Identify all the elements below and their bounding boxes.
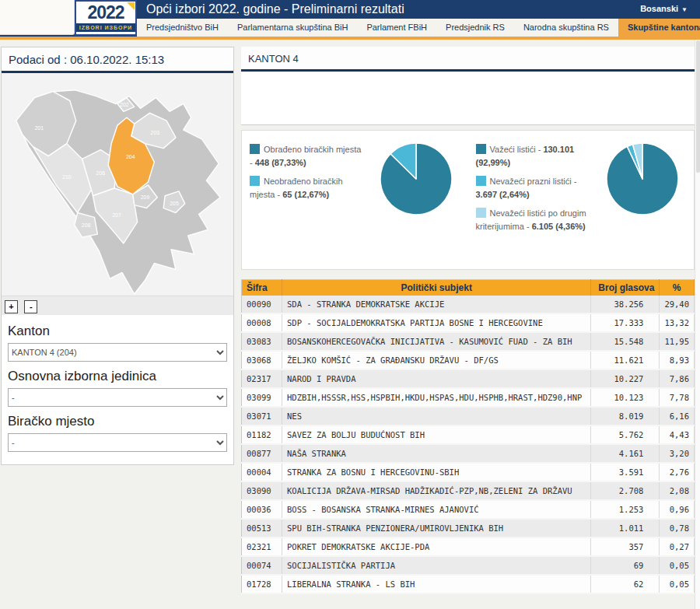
- language-label: Bosanski: [640, 4, 678, 13]
- map-svg[interactable]: 201202203204205206207208209210: [2, 73, 233, 296]
- cell-subject: NAROD I PRAVDA: [282, 369, 591, 388]
- cell-pct: 13,32: [660, 313, 695, 332]
- table-body: 00090SDA - STRANKA DEMOKRATSKE AKCIJE38.…: [242, 296, 695, 593]
- scrollbar-thumb[interactable]: [696, 40, 700, 173]
- nav-tab-3[interactable]: Predsjednik RS: [436, 19, 514, 37]
- nav-tab-2[interactable]: Parlament FBiH: [357, 19, 436, 37]
- cell-votes: 10.123: [591, 388, 660, 407]
- map-zoom-in-button[interactable]: +: [5, 300, 18, 313]
- cell-code: 03099: [242, 388, 282, 407]
- table-row: 00008SDP - SOCIJALDEMOKRATSKA PARTIJA BO…: [242, 313, 695, 332]
- chevron-down-icon: ▼: [681, 6, 688, 13]
- filter-label-1: Osnovna izborna jedinica: [8, 369, 227, 384]
- cell-code: 02321: [242, 537, 282, 556]
- cell-code: 00004: [242, 463, 282, 481]
- cell-pct: 0,05: [660, 575, 695, 593]
- cell-code: 03068: [242, 351, 282, 369]
- nav-tab-5[interactable]: Skupštine kantona u FBiH: [618, 19, 700, 37]
- cell-votes: 17.333: [591, 313, 660, 332]
- legend-swatch-icon: [250, 144, 260, 154]
- cell-subject: NAŠA STRANKA: [282, 444, 591, 463]
- cell-code: 00036: [242, 500, 282, 519]
- scrollbar[interactable]: [695, 40, 700, 609]
- map-canton-label-205: 205: [170, 201, 179, 206]
- table-row: 01182SAVEZ ZA BOLJU BUDUĆNOST BIH5.7624,…: [242, 425, 695, 444]
- cell-votes: 8.019: [591, 407, 660, 425]
- cell-votes: 38.256: [591, 296, 660, 313]
- table-header-row: ŠifraPolitički subjektBroj glasova%: [242, 280, 695, 296]
- filters-panel: Podaci od : 06.10.2022. 15:13 2012022032…: [1, 47, 234, 465]
- chart-0: Obrađeno biračkih mjesta - 448 (87,33%)N…: [242, 131, 468, 269]
- chart-1: Važeći listići - 130.101 (92,99%)Nevažeć…: [468, 131, 695, 269]
- pie-chart-0: [376, 138, 457, 219]
- kanton-title: KANTON 4: [241, 47, 695, 72]
- table-row: 00877NAŠA STRANKA4.1613,20: [242, 444, 695, 463]
- cell-subject: STRANKA ZA BOSNU I HERCEGOVINU-SBIH: [282, 463, 591, 481]
- cell-votes: 3.591: [591, 463, 660, 481]
- cell-votes: 357: [591, 537, 660, 556]
- cantons-map[interactable]: 201202203204205206207208209210: [2, 73, 233, 296]
- table-row: 00004STRANKA ZA BOSNU I HERCEGOVINU-SBIH…: [242, 463, 695, 481]
- legend-swatch-icon: [476, 176, 486, 186]
- filter-select-osnovna-izborna-jedinica[interactable]: -: [8, 388, 227, 407]
- cell-pct: 8,93: [660, 351, 695, 369]
- cell-subject: ŽELJKO KOMŠIĆ - ZA GRAĐANSKU DRŽAVU - DF…: [282, 351, 591, 369]
- nav-tab-1[interactable]: Parlamentarna skupština BiH: [228, 19, 357, 37]
- cell-votes: 4.161: [591, 444, 660, 463]
- legend-item: Obrađeno biračkih mjesta - 448 (87,33%): [250, 143, 365, 170]
- cell-code: 03083: [242, 332, 282, 351]
- legend-item: Nevažeći prazni listići - 3.697 (2,64%): [476, 175, 591, 201]
- language-selector[interactable]: Bosanski▼: [640, 4, 688, 13]
- cell-pct: 7,86: [660, 369, 695, 388]
- map-canton-label-208: 208: [82, 222, 91, 228]
- table-row: 00074SOCIJALISTIČKA PARTIJA690,05: [242, 556, 695, 575]
- header-corner-box: [0, 0, 75, 35]
- table-row: 01728LIBERALNA STRANKA - LS BIH620,05: [242, 575, 695, 593]
- stat-label: [588, 81, 688, 114]
- stat-label: [474, 81, 574, 114]
- map-canton-label-204: 204: [126, 154, 135, 159]
- table-row: 03068ŽELJKO KOMŠIĆ - ZA GRAĐANSKU DRŽAVU…: [242, 351, 695, 369]
- stat-1: [355, 81, 468, 115]
- main-nav: Predsjedništvo BiHParlamentarna skupštin…: [137, 19, 674, 37]
- table-row: 00090SDA - STRANKA DEMOKRATSKE AKCIJE38.…: [242, 296, 695, 313]
- cell-subject: BOSS - BOSANSKA STRANKA-MIRNES AJANOVIĆ: [282, 500, 591, 519]
- page-title: Opći izbori 2022. godine - Preliminarni …: [146, 2, 404, 16]
- nav-tab-4[interactable]: Narodna skupština RS: [514, 19, 618, 37]
- cell-votes: 1.253: [591, 500, 660, 519]
- cell-code: 00877: [242, 444, 282, 463]
- cell-code: 00008: [242, 313, 282, 332]
- cell-pct: 0,27: [660, 537, 695, 556]
- stat-2: [468, 81, 582, 115]
- table-row: 03099HDZBIH,HSSSR,HSS,HSPBIH,HKDU,HSPAS,…: [242, 388, 695, 407]
- filter-select-kanton[interactable]: KANTON 4 (204): [8, 343, 227, 362]
- cell-code: 01182: [242, 425, 282, 444]
- cell-pct: 2,76: [660, 463, 695, 481]
- cell-votes: 15.548: [591, 332, 660, 351]
- filter-select-biračko-mjesto[interactable]: -: [8, 433, 227, 452]
- column-header-0: Šifra: [242, 280, 282, 296]
- pie-charts-section: Obrađeno biračkih mjesta - 448 (87,33%)N…: [241, 130, 695, 270]
- cell-subject: SPU BIH-STRANKA PENZIONERA/UMIROVLJENIKA…: [282, 519, 591, 537]
- filter-selects: KantonKANTON 4 (204)Osnovna izborna jedi…: [2, 315, 233, 464]
- pie-chart-1: [602, 138, 683, 219]
- nav-tab-0[interactable]: Predsjedništvo BiH: [137, 19, 228, 37]
- column-header-2: Broj glasova: [591, 280, 660, 296]
- stat-3: [581, 81, 695, 115]
- legend-item: Neobrađeno biračkih mjesta - 65 (12,67%): [250, 175, 365, 201]
- cell-pct: 0,96: [660, 500, 695, 519]
- summary-stats: [241, 72, 695, 125]
- logo-year: 2022: [87, 2, 124, 23]
- cell-pct: 0,05: [660, 556, 695, 575]
- filter-label-0: Kanton: [8, 324, 227, 339]
- cell-subject: POKRET DEMOKRATSKE AKCIJE-PDA: [282, 537, 591, 556]
- column-header-3: %: [660, 280, 695, 296]
- cell-pct: 29,40: [660, 296, 695, 313]
- cell-votes: 2.708: [591, 481, 660, 500]
- map-zoom-out-button[interactable]: -: [24, 300, 37, 313]
- cell-pct: 6,16: [660, 407, 695, 425]
- results-table: ŠifraPolitički subjektBroj glasova% 0009…: [241, 279, 695, 594]
- stat-0: [241, 81, 355, 115]
- elections-2022-logo[interactable]: 2022 IZBORI ИЗБОРИ: [75, 0, 137, 36]
- cell-pct: 3,20: [660, 444, 695, 463]
